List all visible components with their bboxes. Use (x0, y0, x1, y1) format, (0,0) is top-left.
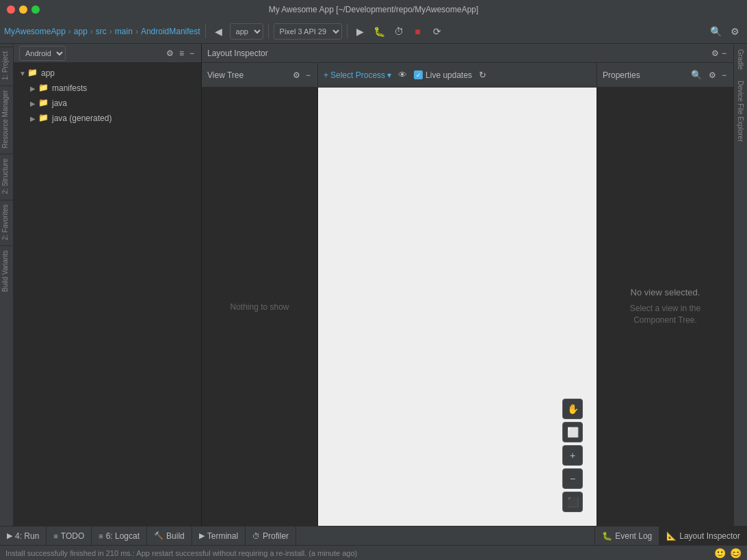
properties-collapse-btn[interactable]: − (720, 69, 728, 81)
folder-icon-java-generated: 📁 (38, 113, 49, 124)
tab-logcat[interactable]: ≡ 6: Logcat (92, 526, 147, 545)
search-button[interactable]: 🔍 (707, 23, 724, 40)
todo-tab-icon: ≡ (53, 532, 57, 540)
zoom-in-btn[interactable]: + (562, 445, 583, 466)
breadcrumb-app[interactable]: app (74, 27, 88, 36)
bottom-tabs: ▶ 4: Run ≡ TODO ≡ 6: Logcat 🔨 Build ▶ Te… (0, 526, 747, 545)
select-process-label: Select Process (330, 70, 385, 80)
toolbar-divider-2 (268, 25, 269, 38)
stop-button[interactable]: ■ (410, 23, 426, 40)
tree-label-java: java (52, 98, 67, 108)
inspector-header: Layout Inspector ⚙ − (202, 44, 733, 63)
run-tab-icon: ▶ (7, 531, 12, 540)
chevron-down-icon: ▾ (387, 70, 391, 80)
logcat-tab-icon: ≡ (99, 532, 103, 540)
hand-tool-btn[interactable]: ✋ (562, 399, 583, 419)
tab-terminal[interactable]: ▶ Terminal (192, 526, 246, 545)
properties-panel: No view selected. Select a view in theCo… (597, 88, 733, 526)
logcat-tab-label: 6: Logcat (106, 531, 140, 541)
project-gear-btn[interactable]: ≡ (178, 47, 185, 59)
tree-arrow-java[interactable]: ▶ (30, 100, 38, 107)
inspector-title: Layout Inspector (207, 49, 710, 58)
file-tree: ▼ 📁 app ▶ 📁 manifests ▶ 📁 java (14, 63, 201, 526)
sidebar-item-build-variants[interactable]: Build Variants (0, 245, 13, 296)
tree-label-manifests: manifests (52, 83, 87, 93)
maximize-button[interactable] (31, 5, 40, 14)
select-process-button[interactable]: + Select Process ▾ (324, 70, 391, 80)
title-bar: My Awesome App [~/Development/repo/MyAwe… (0, 0, 747, 19)
layout-inspector-tab-icon: 📐 (666, 531, 677, 541)
tree-item-manifests[interactable]: ▶ 📁 manifests (14, 81, 201, 96)
breadcrumb: MyAwesomeApp › app › src › main › Androi… (4, 27, 200, 36)
tree-arrow-java-generated[interactable]: ▶ (30, 115, 38, 122)
properties-settings-btn[interactable]: ⚙ (707, 69, 718, 81)
breadcrumb-androidmanifest[interactable]: AndroidManifest (141, 27, 200, 36)
status-emoji-2: 😊 (730, 548, 742, 559)
tab-build[interactable]: 🔨 Build (147, 526, 192, 545)
todo-tab-label: TODO (61, 531, 84, 541)
status-bar: Install successfully finished in 210 ms.… (0, 545, 747, 560)
back-button[interactable]: ◀ (211, 23, 227, 40)
tree-arrow-manifests[interactable]: ▶ (30, 85, 38, 92)
view-tree-collapse-btn[interactable]: − (304, 69, 312, 81)
live-updates-label: Live updates (425, 70, 472, 80)
build-tab-label: Build (166, 531, 185, 541)
project-collapse-btn[interactable]: − (188, 47, 196, 59)
main-canvas[interactable]: ✋ ⬜ + − ⬛ (318, 88, 597, 526)
refresh-icon-btn[interactable]: ↻ (476, 68, 489, 81)
run-config-selector[interactable]: app (230, 23, 263, 40)
view-tree-label: View Tree (207, 70, 289, 80)
view-tree-settings-btn[interactable]: ⚙ (291, 69, 302, 81)
close-button[interactable] (7, 5, 15, 14)
sidebar-item-project[interactable]: 1: Project (0, 46, 13, 84)
camera-icon-btn[interactable]: 👁 (395, 68, 410, 81)
sidebar-item-device-file-explorer[interactable]: Device File Explorer (735, 75, 746, 147)
status-message: Install successfully finished in 210 ms.… (5, 549, 710, 557)
breadcrumb-myawesomeapp[interactable]: MyAwesomeApp (4, 27, 66, 36)
layout-inspector-tab[interactable]: 📐 Layout Inspector (659, 526, 747, 545)
project-type-selector[interactable]: Android (19, 46, 66, 61)
sidebar-item-gradle[interactable]: Gradle (735, 44, 746, 75)
inspector-collapse-btn[interactable]: − (720, 47, 728, 59)
device-selector[interactable]: Pixel 3 API 29 (274, 23, 342, 40)
tab-profiler[interactable]: ⏱ Profiler (246, 526, 296, 545)
build-tab-icon: 🔨 (154, 531, 163, 540)
sidebar-item-structure[interactable]: 2: Structure (0, 154, 13, 198)
sidebar-item-resource-manager[interactable]: Resource Manager (0, 85, 13, 152)
properties-search-btn[interactable]: 🔍 (688, 68, 705, 81)
properties-label: Properties (603, 70, 685, 80)
sidebar-item-favorites[interactable]: 2: Favorites (0, 200, 13, 244)
tree-item-java[interactable]: ▶ 📁 java (14, 96, 201, 111)
inspector-settings-btn[interactable]: ⚙ (710, 47, 720, 59)
project-settings-btn[interactable]: ⚙ (165, 47, 175, 59)
traffic-lights[interactable] (7, 5, 40, 14)
event-log-icon: 🐛 (602, 531, 612, 541)
breadcrumb-main[interactable]: main (115, 27, 133, 36)
sync-button[interactable]: ⟳ (429, 23, 445, 40)
tree-item-app[interactable]: ▼ 📁 app (14, 66, 201, 81)
tab-todo[interactable]: ≡ TODO (47, 526, 92, 545)
live-updates-checkbox[interactable]: ✓ (414, 70, 423, 79)
event-log-label: Event Log (615, 531, 652, 541)
3d-mode-btn[interactable]: ⬜ (562, 422, 583, 442)
tree-arrow-app[interactable]: ▼ (19, 70, 27, 77)
breadcrumb-src[interactable]: src (96, 27, 107, 36)
folder-icon-app: 📁 (27, 68, 38, 79)
terminal-tab-label: Terminal (207, 531, 238, 541)
tab-run[interactable]: ▶ 4: Run (0, 526, 47, 545)
profile-button[interactable]: ⏱ (391, 23, 407, 40)
event-log-tab[interactable]: 🐛 Event Log (594, 526, 659, 545)
tree-item-java-generated[interactable]: ▶ 📁 java (generated) (14, 111, 201, 126)
toolbar-divider-1 (205, 25, 206, 38)
project-panel: Android ⚙ ≡ − ▼ 📁 app ▶ 📁 manifests (14, 44, 202, 526)
debug-button[interactable]: 🐛 (371, 23, 388, 40)
plus-icon: + (324, 70, 328, 80)
minimize-button[interactable] (19, 5, 27, 14)
fit-btn[interactable]: ⬛ (562, 492, 583, 512)
settings-button[interactable]: ⚙ (726, 23, 743, 40)
view-tree-content: Nothing to show (202, 88, 318, 526)
run-button[interactable]: ▶ (352, 23, 369, 40)
zoom-out-btn[interactable]: − (562, 468, 583, 489)
project-header: Android ⚙ ≡ − (14, 44, 201, 63)
no-view-selected-text: No view selected. (631, 287, 700, 297)
